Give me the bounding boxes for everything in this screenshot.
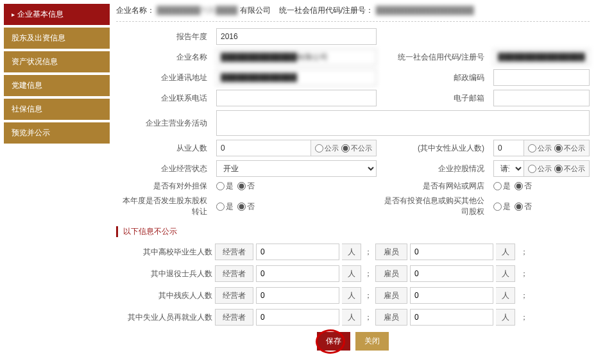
emp-pub-radio-pub[interactable] bbox=[315, 144, 323, 153]
holding-select[interactable]: 请选择 bbox=[493, 160, 524, 177]
separator: ； bbox=[518, 269, 531, 279]
emp-pub-radio: 公示 不公示 bbox=[311, 140, 377, 156]
employee-input[interactable] bbox=[410, 309, 493, 326]
guarantee-label: 是否有对外担保 bbox=[116, 181, 212, 192]
sidebar: 企业基本信息 股东及出资信息 资产状况信息 党建信息 社保信息 预览并公示 bbox=[0, 0, 110, 363]
priv-row-label: 其中退役士兵人数 bbox=[116, 269, 212, 279]
emp-female-radio-pub[interactable] bbox=[528, 144, 536, 153]
separator: ； bbox=[518, 290, 531, 301]
separator: ； bbox=[518, 312, 531, 323]
private-row: 其中高校毕业生人数经营者人；雇员人； bbox=[116, 244, 590, 260]
code-input[interactable] bbox=[493, 49, 590, 65]
operator-label: 经营者 bbox=[215, 309, 253, 326]
invest-yes[interactable] bbox=[493, 203, 502, 211]
sidebar-item-social[interactable]: 社保信息 bbox=[4, 99, 110, 120]
website-no[interactable] bbox=[515, 182, 523, 190]
operator-input[interactable] bbox=[256, 287, 339, 304]
separator: ； bbox=[364, 247, 373, 258]
operator-input[interactable] bbox=[256, 309, 339, 326]
sidebar-item-party[interactable]: 党建信息 bbox=[4, 75, 110, 96]
unit-label: 人 bbox=[496, 265, 515, 282]
header-name-value-suffix: 有限公司 bbox=[240, 6, 271, 15]
operator-label: 经营者 bbox=[215, 287, 253, 304]
unit-label: 人 bbox=[496, 309, 515, 326]
employee-label: 雇员 bbox=[375, 244, 407, 260]
transfer-label: 本年度是否发生股东股权转让 bbox=[116, 195, 212, 217]
year-input[interactable] bbox=[216, 28, 377, 45]
code-label: 统一社会信用代码/注册号 bbox=[380, 52, 490, 63]
private-row: 其中退役士兵人数经营者人；雇员人； bbox=[116, 265, 590, 282]
separator: ； bbox=[518, 247, 531, 258]
header-name-label: 企业名称： bbox=[116, 6, 155, 15]
employee-label: 雇员 bbox=[375, 265, 407, 282]
zip-label: 邮政编码 bbox=[380, 72, 490, 83]
enterprise-header: 企业名称： ████████汽车████ 有限公司 统一社会信用代码/注册号： … bbox=[116, 5, 590, 22]
sidebar-item-basic[interactable]: 企业基本信息 bbox=[4, 4, 110, 25]
addr-label: 企业通讯地址 bbox=[116, 72, 212, 83]
unit-label: 人 bbox=[342, 287, 361, 304]
operator-input[interactable] bbox=[256, 244, 339, 260]
emp-input[interactable] bbox=[216, 140, 311, 156]
operator-label: 经营者 bbox=[215, 244, 253, 260]
phone-input[interactable] bbox=[216, 90, 377, 106]
employee-input[interactable] bbox=[410, 244, 493, 260]
emp-label: 从业人数 bbox=[116, 143, 212, 154]
employee-label: 雇员 bbox=[375, 287, 407, 304]
unit-label: 人 bbox=[342, 309, 361, 326]
unit-label: 人 bbox=[496, 244, 515, 260]
sidebar-item-shareholder[interactable]: 股东及出资信息 bbox=[4, 28, 110, 49]
sidebar-item-assets[interactable]: 资产状况信息 bbox=[4, 51, 110, 72]
priv-row-label: 其中失业人员再就业人数 bbox=[116, 312, 212, 323]
transfer-yes[interactable] bbox=[216, 203, 225, 211]
employee-input[interactable] bbox=[410, 287, 493, 304]
priv-row-label: 其中残疾人人数 bbox=[116, 290, 212, 301]
emp-female-pub-radio: 公示 不公示 bbox=[524, 140, 590, 156]
emp-pub-radio-nopub[interactable] bbox=[341, 144, 350, 153]
separator: ； bbox=[364, 269, 373, 279]
name-label: 企业名称 bbox=[116, 52, 212, 63]
emp-female-input[interactable] bbox=[493, 140, 524, 156]
save-button[interactable]: 保存 bbox=[317, 332, 350, 351]
unit-label: 人 bbox=[496, 287, 515, 304]
separator: ； bbox=[364, 312, 373, 323]
website-label: 是否有网站或网店 bbox=[380, 181, 490, 192]
sidebar-item-preview[interactable]: 预览并公示 bbox=[4, 122, 110, 144]
employee-input[interactable] bbox=[410, 265, 493, 282]
email-input[interactable] bbox=[493, 90, 590, 106]
priv-row-label: 其中高校毕业生人数 bbox=[116, 247, 212, 258]
website-yes[interactable] bbox=[493, 182, 502, 190]
status-select[interactable]: 开业 bbox=[216, 160, 377, 177]
holding-radio-nopub[interactable] bbox=[554, 165, 563, 173]
private-row: 其中残疾人人数经营者人；雇员人； bbox=[116, 287, 590, 304]
phone-label: 企业联系电话 bbox=[116, 93, 212, 104]
name-input[interactable] bbox=[216, 49, 377, 65]
operator-label: 经营者 bbox=[215, 265, 253, 282]
button-row: 保存 关闭 bbox=[116, 332, 590, 351]
addr-input[interactable] bbox=[216, 69, 377, 86]
unit-label: 人 bbox=[342, 265, 361, 282]
transfer-no[interactable] bbox=[237, 203, 246, 211]
guarantee-no[interactable] bbox=[237, 182, 246, 190]
close-button[interactable]: 关闭 bbox=[355, 332, 389, 351]
emp-female-label: (其中女性从业人数) bbox=[380, 143, 490, 154]
emp-female-radio-nopub[interactable] bbox=[554, 144, 563, 153]
holding-pub-radio: 公示 不公示 bbox=[524, 160, 590, 177]
email-label: 电子邮箱 bbox=[380, 93, 490, 104]
zip-input[interactable] bbox=[493, 69, 590, 86]
holding-radio-pub[interactable] bbox=[528, 165, 536, 173]
biz-input[interactable] bbox=[216, 110, 590, 136]
year-label: 报告年度 bbox=[116, 31, 212, 42]
operator-input[interactable] bbox=[256, 265, 339, 282]
private-section-title: 以下信息不公示 bbox=[116, 226, 590, 237]
main-content: 企业名称： ████████汽车████ 有限公司 统一社会信用代码/注册号： … bbox=[110, 0, 596, 363]
unit-label: 人 bbox=[342, 244, 361, 260]
holding-label: 企业控股情况 bbox=[380, 163, 490, 174]
private-row: 其中失业人员再就业人数经营者人；雇员人； bbox=[116, 309, 590, 326]
separator: ； bbox=[364, 290, 373, 301]
header-code-value: ██████████████████ bbox=[376, 6, 474, 15]
header-name-value-blur: ████████汽车████ bbox=[157, 6, 237, 15]
employee-label: 雇员 bbox=[375, 309, 407, 326]
guarantee-yes[interactable] bbox=[216, 182, 225, 190]
invest-no[interactable] bbox=[515, 203, 523, 211]
biz-label: 企业主营业务活动 bbox=[116, 118, 212, 129]
